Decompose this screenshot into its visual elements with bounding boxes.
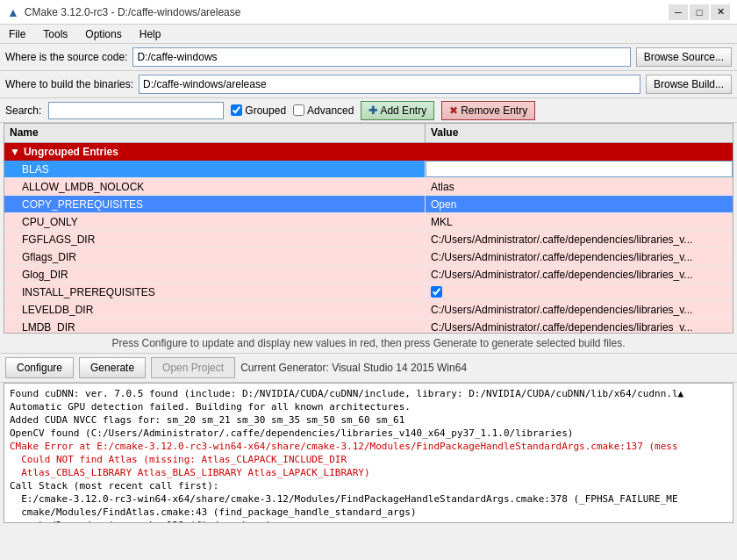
log-line: Automatic GPU detection failed. Building… (10, 400, 727, 413)
add-entry-button[interactable]: ✚ Add Entry (361, 101, 434, 120)
group-row-ungrouped[interactable]: ▼ Ungrouped Entries (4, 143, 733, 161)
grouped-label: Grouped (245, 104, 286, 117)
status-bar: Press Configure to update and display ne… (0, 334, 737, 354)
log-line: Call Stack (most recent call first): (10, 479, 727, 492)
browse-source-button[interactable]: Browse Source... (636, 47, 732, 67)
table-row[interactable]: INSTALL_PREREQUISITES (4, 284, 733, 301)
table-row[interactable]: FGFLAGS_DIR C:/Users/Administrator/.caff… (4, 231, 733, 248)
window-controls: ─ □ ✕ (669, 4, 730, 20)
search-label: Search: (5, 104, 41, 117)
build-row: Where to build the binaries: Browse Buil… (0, 71, 737, 98)
generator-text: Current Generator: Visual Studio 14 2015… (240, 362, 467, 374)
table-row[interactable]: CPU_ONLY MKL (4, 213, 733, 231)
name-column-header: Name (4, 124, 426, 142)
cell-value-gflags: C:/Users/Administrator/.caffe/dependenci… (426, 248, 733, 265)
cell-value-blas[interactable]: Atlas ▼ Atlas Open MKL (426, 161, 733, 177)
group-label: Ungrouped Entries (24, 146, 118, 158)
blas-dropdown[interactable]: Atlas Open MKL (426, 176, 732, 177)
grouped-checkbox-label[interactable]: Grouped (231, 104, 286, 117)
cell-name-gflags: Gflags_DIR (4, 248, 426, 265)
log-line: cmake/Dependencies.cmake:128 (find_packa… (10, 519, 727, 523)
maximize-button[interactable]: □ (690, 4, 709, 20)
cell-value-glog: C:/Users/Administrator/.caffe/dependenci… (426, 266, 733, 283)
table-row[interactable]: LEVELDB_DIR C:/Users/Administrator/.caff… (4, 301, 733, 319)
remove-entry-button[interactable]: ✖ Remove Entry (441, 101, 535, 120)
dropdown-arrow-icon: ▼ (718, 162, 726, 176)
menu-tools[interactable]: Tools (34, 25, 76, 43)
cell-name-install-prereq: INSTALL_PREREQUISITES (4, 284, 426, 300)
log-line: E:/cmake-3.12.0-rc3-win64-x64/share/cmak… (10, 492, 727, 506)
cell-name-blas: BLAS (4, 161, 426, 177)
menu-bar: File Tools Options Help (0, 25, 737, 44)
log-line-error: CMake Error at E:/cmake-3.12.0-rc3-win64… (10, 440, 727, 453)
group-expand-icon: ▼ (10, 146, 20, 158)
close-button[interactable]: ✕ (711, 4, 730, 20)
source-row: Where is the source code: Browse Source.… (0, 44, 737, 71)
menu-file[interactable]: File (0, 25, 34, 43)
menu-help[interactable]: Help (131, 25, 170, 43)
app-icon: ▲ (7, 5, 19, 19)
status-text: Press Configure to update and display ne… (111, 337, 625, 349)
search-input[interactable] (48, 102, 224, 119)
cell-value-allow-lmdb: Atlas (426, 178, 733, 195)
browse-build-button[interactable]: Browse Build... (646, 75, 732, 94)
grouped-checkbox[interactable] (231, 104, 242, 116)
cell-name-cpu-only: CPU_ONLY (4, 213, 426, 230)
advanced-checkbox-label[interactable]: Advanced (293, 104, 354, 117)
source-label: Where is the source code: (5, 51, 127, 63)
table-body: ▼ Ungrouped Entries BLAS Atlas ▼ Atlas O… (4, 143, 733, 333)
table-header: Name Value (4, 124, 733, 143)
cell-value-install-prereq[interactable] (426, 284, 733, 300)
install-prereq-checkbox[interactable] (431, 286, 442, 298)
log-line: cmake/Modules/FindAtlas.cmake:43 (find_p… (10, 506, 727, 519)
advanced-checkbox[interactable] (293, 104, 304, 116)
open-project-button[interactable]: Open Project (151, 357, 235, 378)
window-title: CMake 3.12.0-rc3 - D:/caffe-windows/arel… (25, 6, 241, 18)
log-line: Found cuDNN: ver. 7.0.5 found (include: … (10, 387, 727, 400)
cell-value-copy-prereq: Open (426, 196, 733, 212)
log-line: Added CUDA NVCC flags for: sm_20 sm_21 s… (10, 413, 727, 427)
cell-value-lmdb: C:/Users/Administrator/.caffe/dependenci… (426, 319, 733, 333)
add-icon: ✚ (368, 104, 377, 117)
cell-value-cpu-only: MKL (426, 213, 733, 230)
table-row[interactable]: LMDB_DIR C:/Users/Administrator/.caffe/d… (4, 319, 733, 333)
table-row[interactable]: Glog_DIR C:/Users/Administrator/.caffe/d… (4, 266, 733, 284)
table-row[interactable]: ALLOW_LMDB_NOLOCK Atlas (4, 178, 733, 196)
log-line: OpenCV found (C:/Users/Administrator/.ca… (10, 427, 727, 440)
table-row[interactable]: BLAS Atlas ▼ Atlas Open MKL (4, 161, 733, 178)
cell-name-fgflags: FGFLAGS_DIR (4, 231, 426, 248)
log-area[interactable]: Found cuDNN: ver. 7.0.5 found (include: … (4, 383, 733, 523)
source-input[interactable] (132, 47, 630, 67)
search-row: Search: Grouped Advanced ✚ Add Entry ✖ R… (0, 98, 737, 123)
cell-name-leveldb: LEVELDB_DIR (4, 301, 426, 318)
cell-name-lmdb: LMDB_DIR (4, 319, 426, 333)
cell-value-fgflags: C:/Users/Administrator/.caffe/dependenci… (426, 231, 733, 248)
bottom-bar: Configure Generate Open Project Current … (0, 354, 737, 383)
build-label: Where to build the binaries: (5, 78, 133, 90)
cell-name-allow-lmdb: ALLOW_LMDB_NOLOCK (4, 178, 426, 195)
table-row[interactable]: Gflags_DIR C:/Users/Administrator/.caffe… (4, 248, 733, 266)
minimize-button[interactable]: ─ (669, 4, 688, 20)
table-row[interactable]: COPY_PREREQUISITES Open (4, 196, 733, 213)
log-line-error: Could NOT find Atlas (missing: Atlas_CLA… (10, 453, 727, 466)
cell-name-copy-prereq: COPY_PREREQUISITES (4, 196, 426, 212)
log-line-error: Atlas_CBLAS_LIBRARY Atlas_BLAS_LIBRARY A… (10, 466, 727, 479)
entries-table: Name Value ▼ Ungrouped Entries BLAS Atla… (4, 123, 733, 334)
value-column-header: Value (426, 124, 733, 142)
remove-icon: ✖ (449, 104, 458, 117)
title-bar: ▲ CMake 3.12.0-rc3 - D:/caffe-windows/ar… (0, 0, 737, 25)
generate-button[interactable]: Generate (79, 357, 146, 378)
cell-value-leveldb: C:/Users/Administrator/.caffe/dependenci… (426, 301, 733, 318)
cell-name-glog: Glog_DIR (4, 266, 426, 283)
advanced-label: Advanced (307, 104, 354, 117)
build-input[interactable] (139, 75, 640, 94)
configure-button[interactable]: Configure (5, 357, 74, 378)
menu-options[interactable]: Options (76, 25, 130, 43)
